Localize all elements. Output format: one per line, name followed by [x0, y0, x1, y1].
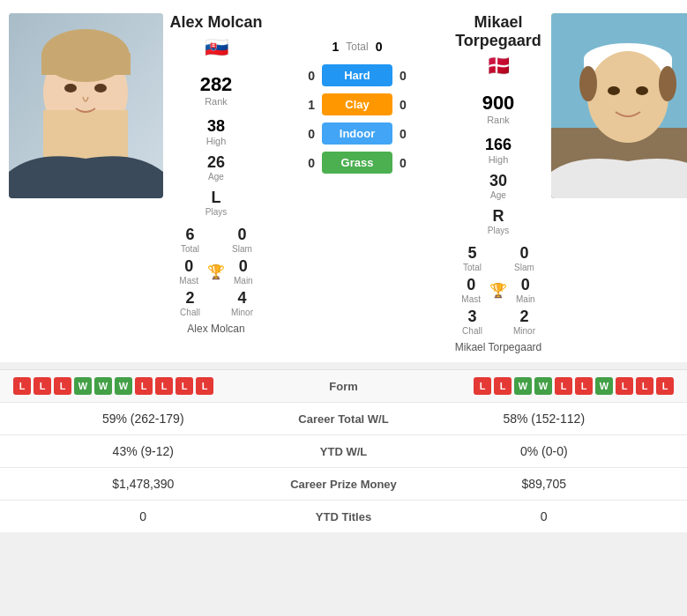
- right-high-box: 166 High: [485, 136, 512, 165]
- right-player-info: Mikael Torpegaard 🇩🇰 900 Rank 166 High 3…: [445, 13, 551, 353]
- left-total-box: 6 Total: [168, 226, 213, 254]
- right-high-value: 166: [485, 136, 512, 154]
- left-career-wl: 59% (262-179): [13, 412, 273, 426]
- form-badge-l: L: [34, 377, 51, 395]
- left-plays-value: L: [205, 189, 227, 207]
- clay-row: 1 Clay 0: [269, 93, 445, 115]
- career-wl-row: 59% (262-179) Career Total W/L 58% (152-…: [0, 402, 687, 434]
- svg-point-15: [608, 86, 620, 95]
- right-rank-box: 900 Rank: [482, 92, 515, 125]
- svg-point-5: [64, 84, 77, 93]
- form-badge-l: L: [13, 377, 31, 395]
- left-high-label: High: [206, 136, 227, 146]
- form-badge-l: L: [616, 377, 633, 395]
- form-badge-w: W: [94, 377, 112, 395]
- left-high-value: 38: [206, 117, 227, 136]
- left-plays-label: Plays: [205, 207, 227, 217]
- svg-point-13: [579, 66, 597, 101]
- right-career-wl: 58% (152-112): [414, 412, 675, 426]
- right-chall-box: 3 Chall: [450, 308, 495, 336]
- left-slam-value: 0: [237, 226, 246, 244]
- right-slam-value: 0: [519, 244, 528, 263]
- right-form: LLWWLLWLLL: [414, 377, 675, 395]
- hard-right-score: 0: [400, 69, 417, 83]
- form-badge-l: L: [135, 377, 153, 395]
- ytd-wl-row: 43% (9-12) YTD W/L 0% (0-0): [0, 434, 687, 467]
- left-rank-box: 282 Rank: [200, 73, 233, 107]
- hard-button[interactable]: Hard: [322, 64, 392, 86]
- right-prize: $89,705: [414, 477, 675, 491]
- grass-left-score: 0: [297, 156, 315, 170]
- form-label: Form: [273, 380, 414, 393]
- svg-point-6: [94, 84, 107, 93]
- ytd-wl-label: YTD W/L: [273, 445, 414, 458]
- right-trophy-row: 0 Mast 🏆 0 Main: [450, 276, 547, 304]
- indoor-right-score: 0: [400, 127, 417, 141]
- right-total-box: 5 Total: [450, 244, 495, 272]
- right-name-below: Mikael Torpegaard: [455, 341, 542, 353]
- right-mast-box: 0 Mast: [461, 276, 481, 304]
- left-bottom-stats: 2 Chall 4 Minor: [168, 289, 265, 317]
- form-badge-l: L: [474, 377, 491, 395]
- left-ytd-wl: 43% (9-12): [13, 444, 273, 458]
- left-total-label: Total: [181, 244, 199, 254]
- form-badge-w: W: [74, 377, 92, 395]
- right-minor-label: Minor: [513, 326, 535, 336]
- left-trophy-row: 0 Mast 🏆 0 Main: [168, 257, 265, 286]
- left-plays-box: L Plays: [205, 189, 227, 217]
- right-rank-label: Rank: [482, 115, 515, 125]
- left-age-box: 26 Age: [207, 153, 225, 182]
- left-rank-value: 282: [200, 73, 233, 96]
- left-mast-value: 0: [184, 257, 193, 276]
- form-badge-l: L: [494, 377, 512, 395]
- right-chall-label: Chall: [462, 326, 482, 336]
- right-player-name-text: Mikael Torpegaard: [455, 13, 541, 49]
- form-badge-w: W: [595, 377, 613, 395]
- top-section: Alex Molcan 🇸🇰 282 Rank 38 High 26 Age L…: [0, 0, 687, 362]
- grass-button[interactable]: Grass: [322, 152, 392, 174]
- left-player-info: Alex Molcan 🇸🇰 282 Rank 38 High 26 Age L…: [163, 13, 269, 335]
- right-titles: 0: [414, 509, 675, 523]
- right-rank-value: 900: [482, 92, 515, 115]
- indoor-left-score: 0: [297, 127, 315, 141]
- right-age-value: 30: [489, 172, 507, 190]
- left-total-value: 6: [185, 226, 194, 244]
- clay-right-score: 0: [400, 98, 417, 112]
- grass-right-score: 0: [400, 156, 417, 170]
- left-chall-label: Chall: [180, 308, 200, 317]
- left-player-flag: 🇸🇰: [205, 36, 228, 59]
- left-minor-value: 4: [237, 289, 246, 308]
- titles-label: YTD Titles: [273, 510, 414, 523]
- form-badge-l: L: [196, 377, 213, 395]
- right-main-label: Main: [516, 294, 535, 304]
- total-left: 1: [332, 40, 340, 54]
- left-age-value: 26: [207, 153, 225, 172]
- career-wl-label: Career Total W/L: [273, 412, 414, 426]
- right-mast-value: 0: [467, 276, 475, 294]
- form-badge-l: L: [155, 377, 173, 395]
- form-badge-l: L: [575, 377, 593, 395]
- right-plays-box: R Plays: [488, 207, 509, 235]
- total-label: Total: [346, 41, 368, 53]
- form-badge-l: L: [175, 377, 193, 395]
- right-mast-label: Mast: [461, 294, 481, 304]
- prize-row: $1,478,390 Career Prize Money $89,705: [0, 467, 687, 500]
- left-chall-value: 2: [185, 289, 194, 308]
- left-minor-box: 4 Minor: [220, 289, 265, 317]
- left-trophy-icon: 🏆: [207, 263, 225, 280]
- indoor-row: 0 Indoor 0: [269, 122, 445, 145]
- left-slam-label: Slam: [232, 244, 252, 254]
- indoor-button[interactable]: Indoor: [322, 122, 392, 145]
- left-main-value: 0: [239, 257, 248, 276]
- right-trophy-icon: 🏆: [489, 282, 507, 299]
- left-titles: 0: [13, 509, 273, 523]
- left-age-label: Age: [207, 172, 225, 182]
- svg-point-14: [659, 66, 676, 101]
- form-badge-w: W: [534, 377, 552, 395]
- left-stats-grid: 6 Total 0 Slam: [168, 226, 265, 254]
- left-player-photo: [9, 13, 163, 198]
- left-prize: $1,478,390: [13, 477, 273, 491]
- svg-point-12: [587, 51, 668, 143]
- clay-button[interactable]: Clay: [322, 93, 392, 115]
- right-total-value: 5: [467, 244, 476, 263]
